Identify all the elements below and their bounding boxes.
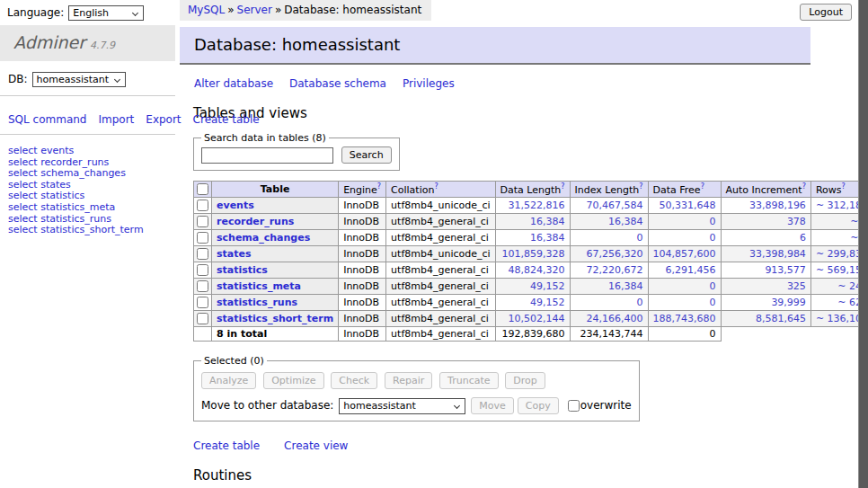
overwrite-label: overwrite <box>580 399 632 412</box>
index-length-link[interactable]: 16,384 <box>608 216 643 227</box>
sidebar-select-statistics-runs[interactable]: select statistics_runs <box>8 213 111 225</box>
sidebar-item-create-table[interactable]: Create table <box>193 113 260 126</box>
sidebar-select-events[interactable]: select events <box>8 145 74 156</box>
auto-increment-link[interactable]: 33,898,196 <box>749 200 806 211</box>
table-link[interactable]: statistics_short_term <box>217 313 333 324</box>
database-schema-link[interactable]: Database schema <box>289 77 386 90</box>
auto-increment-link[interactable]: 8,581,645 <box>756 313 806 324</box>
search-input[interactable] <box>201 147 333 164</box>
create-view-link[interactable]: Create view <box>284 439 348 452</box>
database-actions: Alter databaseDatabase schemaPrivileges <box>194 77 810 90</box>
overwrite-checkbox[interactable] <box>568 400 580 412</box>
move-database-select[interactable]: homeassistant <box>339 398 465 414</box>
sidebar-select-states[interactable]: select states <box>8 179 71 191</box>
data-free-link[interactable]: 104,857,600 <box>653 248 716 260</box>
column-hint-link[interactable]: ? <box>377 182 381 191</box>
data-length-link[interactable]: 16,384 <box>530 232 565 244</box>
auto-increment-link[interactable]: 378 <box>787 216 806 227</box>
row-checkbox[interactable] <box>197 264 208 276</box>
table-total-row: 8 in total InnoDB utf8mb4_general_ci 192… <box>194 327 868 342</box>
data-free-link[interactable]: 50,331,648 <box>660 200 716 211</box>
scrollbar[interactable] <box>858 0 868 488</box>
privileges-link[interactable]: Privileges <box>403 77 455 90</box>
table-link[interactable]: statistics_meta <box>217 280 301 292</box>
sidebar-select-schema-changes[interactable]: select schema_changes <box>8 167 126 179</box>
column-hint-link[interactable]: ? <box>434 182 438 191</box>
move-button: Move <box>471 397 514 414</box>
sidebar-item-sql-command[interactable]: SQL command <box>8 113 86 126</box>
sidebar-item-import[interactable]: Import <box>98 113 134 126</box>
sidebar-select-recorder-runs[interactable]: select recorder_runs <box>8 156 109 168</box>
row-checkbox[interactable] <box>197 297 208 308</box>
index-length-link[interactable]: 24,166,400 <box>587 313 643 324</box>
data-free-link[interactable]: 0 <box>710 216 716 227</box>
breadcrumb-server-link[interactable]: Server <box>237 4 272 16</box>
data-length-link[interactable]: 31,522,816 <box>509 200 565 211</box>
row-checkbox[interactable] <box>197 200 208 211</box>
table-header-row: Table Engine? Collation? Data Length? In… <box>194 182 868 198</box>
auto-increment-link[interactable]: 39,999 <box>771 297 806 308</box>
column-hint-link[interactable]: ? <box>701 182 704 191</box>
table-link[interactable]: statistics_runs <box>217 297 297 308</box>
data-free-link[interactable]: 188,743,680 <box>653 313 716 324</box>
language-select[interactable]: English <box>68 5 144 21</box>
column-hint-link[interactable]: ? <box>639 182 642 191</box>
alter-database-link[interactable]: Alter database <box>194 77 273 90</box>
chevron-down-icon <box>454 402 460 408</box>
column-hint-link[interactable]: ? <box>802 182 806 191</box>
logout-button[interactable]: Logout <box>800 4 852 21</box>
data-length-link[interactable]: 48,824,320 <box>509 264 565 276</box>
move-row: Move to other database:homeassistantMove… <box>201 397 632 414</box>
total-empty-cell <box>721 327 868 342</box>
row-checkbox[interactable] <box>197 248 208 260</box>
table-link[interactable]: states <box>217 248 252 260</box>
sidebar-select-statistics-meta[interactable]: select statistics_meta <box>8 201 115 213</box>
row-checkbox[interactable] <box>197 280 208 292</box>
sidebar-select-statistics[interactable]: select statistics <box>8 190 84 201</box>
select-all-checkbox[interactable] <box>197 183 208 195</box>
index-length-link[interactable]: 16,384 <box>608 280 643 292</box>
index-length-link[interactable]: 70,467,584 <box>587 200 643 211</box>
row-checkbox[interactable] <box>197 216 208 227</box>
data-length-link[interactable]: 49,152 <box>530 297 565 308</box>
data-length-link[interactable]: 49,152 <box>530 280 565 292</box>
engine-cell: InnoDB <box>339 262 386 279</box>
column-hint-link[interactable]: ? <box>841 182 845 191</box>
auto-increment-link[interactable]: 6 <box>800 232 806 244</box>
auto-increment-link[interactable]: 33,398,984 <box>749 248 806 260</box>
collation-cell: utf8mb4_general_ci <box>386 262 495 279</box>
sidebar-select-statistics-short-term[interactable]: select statistics_short_term <box>8 224 144 235</box>
row-checkbox[interactable] <box>197 313 208 324</box>
breadcrumb-driver-link[interactable]: MySQL <box>188 4 225 16</box>
index-length-link[interactable]: 67,256,320 <box>587 248 643 260</box>
data-free-link[interactable]: 0 <box>710 297 716 308</box>
column-hint-link[interactable]: ? <box>561 182 564 191</box>
data-free-link[interactable]: 0 <box>710 232 716 244</box>
table-row: events InnoDB utf8mb4_unicode_ci 31,522,… <box>194 198 868 214</box>
search-button[interactable]: Search <box>341 146 392 164</box>
db-select[interactable]: homeassistant <box>32 72 126 87</box>
table-link[interactable]: statistics <box>217 264 268 276</box>
table-link[interactable]: recorder_runs <box>217 216 294 227</box>
move-label: Move to other database: <box>201 399 333 412</box>
row-checkbox[interactable] <box>197 232 208 244</box>
table-row: statistics_runs InnoDB utf8mb4_general_c… <box>194 295 868 311</box>
data-length-link[interactable]: 16,384 <box>530 216 565 227</box>
data-free-link[interactable]: 6,291,456 <box>666 264 716 276</box>
data-length-link[interactable]: 101,859,328 <box>502 248 565 260</box>
index-length-link[interactable]: 0 <box>637 297 643 308</box>
data-length-link[interactable]: 10,502,144 <box>509 313 565 324</box>
data-free-link[interactable]: 0 <box>710 280 716 292</box>
index-length-link[interactable]: 72,220,672 <box>587 264 643 276</box>
create-links: Create tableCreate view <box>193 439 810 452</box>
db-label: DB: <box>8 73 28 85</box>
auto-increment-link[interactable]: 913,577 <box>765 264 806 276</box>
auto-increment-link[interactable]: 325 <box>787 280 806 292</box>
table-link[interactable]: events <box>217 200 254 211</box>
sidebar-item-export[interactable]: Export <box>146 113 181 126</box>
index-length-link[interactable]: 0 <box>637 232 643 244</box>
create-table-link[interactable]: Create table <box>193 439 260 452</box>
truncate-button: Truncate <box>439 372 498 389</box>
table-link[interactable]: schema_changes <box>217 232 310 244</box>
column-header-engine: Engine? <box>339 182 386 198</box>
